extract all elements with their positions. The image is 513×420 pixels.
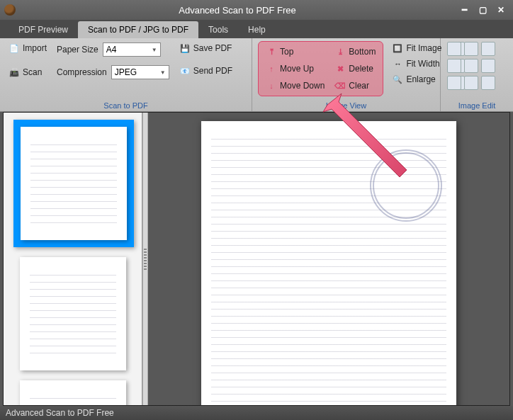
send-pdf-button[interactable]: 📧 Send PDF (176, 64, 235, 78)
fit-width-icon: ↔ (392, 58, 403, 69)
paper-size-label: Paper Size (57, 45, 98, 55)
import-label: Import (23, 43, 47, 53)
enlarge-label: Enlarge (406, 74, 435, 84)
tab-pdf-preview[interactable]: PDF Preview (9, 21, 78, 38)
bottom-button[interactable]: ⤓ Bottom (332, 45, 378, 59)
thumbnail-1-selected[interactable] (13, 120, 134, 247)
clear-icon: ⌫ (334, 80, 346, 91)
chevron-down-icon: ▼ (152, 47, 157, 53)
top-button[interactable]: ⤒ Top (263, 45, 327, 59)
scan-label: Scan (23, 67, 42, 77)
move-up-icon: ↑ (266, 63, 277, 74)
thumbnail-3[interactable] (20, 380, 126, 405)
content-area (3, 112, 510, 406)
highlighted-button-group: ⤒ Top ⤓ Bottom ↑ Move Up ✖ Delete (258, 41, 383, 96)
tab-help[interactable]: Help (238, 21, 276, 38)
enlarge-icon: 🔍 (392, 74, 403, 85)
edit-tool-1-button[interactable] (447, 42, 461, 56)
fit-width-label: Fit Width (406, 59, 439, 69)
close-button[interactable]: ✕ (493, 4, 509, 16)
grip-icon (144, 249, 147, 270)
tab-tools[interactable]: Tools (198, 21, 238, 38)
scan-button[interactable]: 📠 Scan (6, 65, 50, 79)
app-logo-icon (4, 4, 16, 16)
edit-tool-9-button[interactable] (481, 76, 495, 90)
delete-label: Delete (349, 64, 373, 74)
chevron-down-icon: ▼ (160, 69, 166, 76)
send-pdf-label: Send PDF (193, 66, 232, 76)
edit-tool-4-button[interactable] (447, 59, 461, 73)
move-up-button[interactable]: ↑ Move Up (263, 62, 327, 76)
titlebar: Advanced Scan to PDF Free ━ ▢ ✕ (0, 0, 513, 20)
status-text: Advanced Scan to PDF Free (6, 408, 114, 418)
preview-panel[interactable] (148, 113, 509, 405)
top-label: Top (280, 47, 293, 57)
edit-tool-3-button[interactable] (481, 42, 495, 56)
delete-button[interactable]: ✖ Delete (332, 62, 378, 76)
group-label-image-view: Image View (252, 101, 440, 110)
paper-size-value: A4 (106, 45, 117, 55)
save-pdf-label: Save PDF (193, 43, 232, 53)
import-button[interactable]: 📄 Import (6, 41, 50, 55)
group-label-scan: Scan to PDF (0, 101, 252, 110)
top-icon: ⤒ (266, 46, 277, 57)
group-scan-to-pdf: 📄 Import 📠 Scan Paper Size A4 ▼ (0, 38, 252, 111)
clear-label: Clear (349, 81, 369, 91)
clear-button[interactable]: ⌫ Clear (332, 79, 378, 93)
move-down-label: Move Down (280, 81, 325, 91)
tab-scan-to-pdf[interactable]: Scan to PDF / JPG to PDF (78, 21, 198, 38)
thumbnail-2[interactable] (20, 257, 126, 370)
status-bar: Advanced Scan to PDF Free (0, 406, 513, 420)
ribbon-tabbar: PDF Preview Scan to PDF / JPG to PDF Too… (0, 20, 513, 38)
group-image-view: ⤒ Top ⤓ Bottom ↑ Move Up ✖ Delete (252, 38, 441, 111)
fit-width-button[interactable]: ↔ Fit Width (389, 57, 444, 71)
bottom-label: Bottom (349, 47, 376, 57)
enlarge-button[interactable]: 🔍 Enlarge (389, 72, 444, 86)
compression-value: JPEG (115, 67, 137, 77)
send-pdf-icon: 📧 (179, 65, 191, 76)
move-down-icon: ↓ (266, 80, 277, 91)
edit-tool-7-button[interactable] (447, 76, 461, 90)
paper-size-select[interactable]: A4 ▼ (103, 42, 161, 57)
compression-label: Compression (57, 67, 107, 77)
fit-image-icon: 🔲 (392, 42, 403, 54)
move-down-button[interactable]: ↓ Move Down (263, 79, 327, 93)
compression-select[interactable]: JPEG ▼ (111, 65, 169, 79)
group-image-edit: Image Edit (441, 38, 513, 111)
import-icon: 📄 (9, 42, 20, 54)
delete-icon: ✖ (334, 63, 346, 74)
edit-tool-5-button[interactable] (464, 59, 478, 73)
preview-page (201, 121, 456, 405)
minimize-button[interactable]: ━ (456, 4, 472, 16)
bottom-icon: ⤓ (334, 46, 346, 57)
save-pdf-button[interactable]: 💾 Save PDF (176, 41, 235, 55)
move-up-label: Move Up (280, 64, 314, 74)
ribbon: 📄 Import 📠 Scan Paper Size A4 ▼ (0, 38, 513, 112)
save-pdf-icon: 💾 (179, 42, 191, 54)
group-label-image-edit: Image Edit (441, 101, 513, 110)
thumbnail-panel[interactable] (4, 113, 142, 405)
scan-icon: 📠 (9, 67, 20, 78)
edit-tool-8-button[interactable] (464, 76, 478, 90)
fit-image-button[interactable]: 🔲 Fit Image (389, 41, 444, 55)
edit-tool-6-button[interactable] (481, 59, 495, 73)
splitter-handle[interactable] (142, 113, 148, 405)
fit-image-label: Fit Image (406, 43, 441, 53)
window-title: Advanced Scan to PDF Free (21, 5, 453, 16)
edit-tool-2-button[interactable] (464, 42, 478, 56)
thumbnail-1-page (21, 127, 127, 240)
maximize-button[interactable]: ▢ (475, 4, 490, 16)
